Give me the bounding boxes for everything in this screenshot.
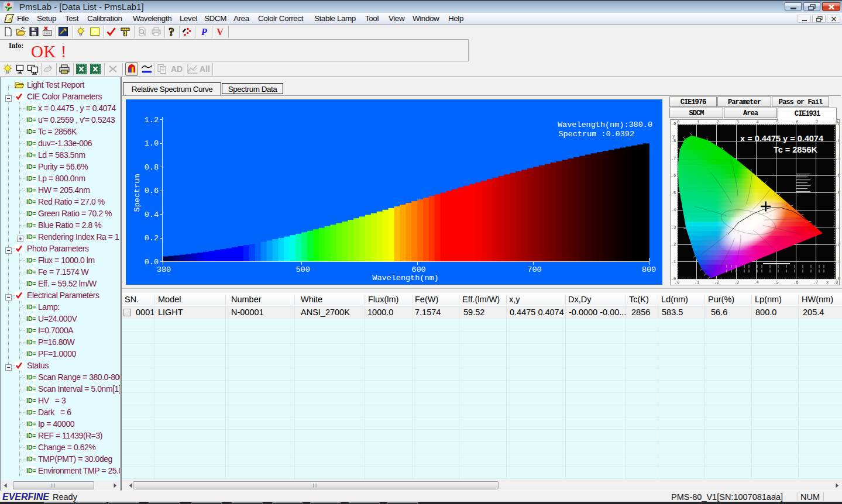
- svg-text:.6: .6: [671, 173, 676, 178]
- svg-text:.4: .4: [836, 208, 839, 212]
- svg-text:ID=: ID=: [26, 268, 36, 275]
- svg-text:ID=: ID=: [26, 140, 36, 147]
- svg-text:.2: .2: [714, 280, 719, 285]
- svg-text:.8: .8: [833, 120, 838, 125]
- svg-text:.7: .7: [813, 120, 818, 125]
- svg-text:x = 0.4475 y = 0.4074: x = 0.4475 y = 0.4074: [740, 134, 823, 143]
- svg-text:.4: .4: [754, 120, 758, 125]
- svg-text:.3: .3: [734, 280, 738, 285]
- svg-text:.2: .2: [671, 242, 676, 247]
- svg-text:ID=: ID=: [26, 128, 36, 135]
- svg-text:.8: .8: [836, 139, 839, 143]
- svg-text:.3: .3: [671, 225, 676, 230]
- svg-text:ID=: ID=: [26, 116, 36, 123]
- svg-text:0.8: 0.8: [145, 163, 159, 172]
- svg-text:ID=: ID=: [26, 339, 36, 346]
- svg-text:.7: .7: [671, 156, 676, 161]
- svg-text:.5: .5: [671, 191, 676, 195]
- svg-text:ID=: ID=: [26, 350, 36, 357]
- svg-text:.7: .7: [836, 156, 839, 161]
- svg-text:.1: .1: [671, 260, 676, 264]
- svg-text:ID=: ID=: [26, 327, 36, 334]
- svg-text:ID=: ID=: [26, 303, 36, 310]
- svg-text:.1: .1: [695, 280, 699, 285]
- svg-text:ID=: ID=: [26, 222, 36, 229]
- svg-text:.1: .1: [836, 260, 839, 264]
- svg-text:0.6: 0.6: [145, 187, 159, 195]
- svg-text:0.2: 0.2: [145, 234, 159, 243]
- svg-text:ID=: ID=: [26, 105, 36, 112]
- svg-text:.6: .6: [836, 173, 839, 178]
- svg-text:.0: .0: [675, 120, 679, 125]
- svg-text:.4: .4: [671, 208, 676, 212]
- svg-text:.1: .1: [695, 120, 699, 125]
- svg-text:1.2: 1.2: [145, 116, 159, 125]
- svg-text:Spectrum: Spectrum: [133, 174, 142, 212]
- svg-text:Tc = 2856K: Tc = 2856K: [774, 145, 818, 154]
- svg-text:ID=: ID=: [26, 163, 36, 170]
- svg-text:1.0: 1.0: [145, 139, 159, 148]
- svg-text:ID=: ID=: [26, 374, 36, 381]
- svg-text:ID=: ID=: [26, 397, 36, 404]
- svg-text:ID=: ID=: [26, 210, 36, 217]
- svg-text:.3: .3: [734, 120, 738, 125]
- svg-text:.3: .3: [836, 225, 839, 230]
- svg-text:ID=: ID=: [26, 385, 36, 392]
- svg-text:ID=: ID=: [26, 420, 36, 427]
- svg-text:.5: .5: [774, 280, 778, 285]
- svg-text:ID=: ID=: [26, 187, 36, 194]
- svg-text:.6: .6: [793, 120, 798, 125]
- svg-text:P: P: [201, 27, 207, 37]
- svg-text:.7: .7: [813, 280, 818, 285]
- svg-text:?: ?: [169, 26, 174, 37]
- svg-text:700: 700: [527, 265, 541, 274]
- svg-text:.0: .0: [836, 277, 839, 281]
- svg-text:.5: .5: [774, 120, 778, 125]
- svg-text:ID=: ID=: [26, 455, 36, 462]
- svg-text:ID=: ID=: [26, 467, 36, 474]
- svg-text:380: 380: [157, 265, 171, 274]
- svg-text:0.4: 0.4: [145, 210, 159, 219]
- svg-text:ID=: ID=: [26, 257, 36, 264]
- svg-text:.5: .5: [836, 191, 839, 195]
- svg-text:.4: .4: [754, 280, 758, 285]
- svg-text:ID=: ID=: [26, 315, 36, 322]
- svg-text:ID=: ID=: [26, 198, 36, 205]
- svg-text:.0: .0: [671, 277, 676, 281]
- svg-text:600: 600: [411, 265, 425, 274]
- svg-text:Wavelength(nm): Wavelength(nm): [372, 274, 438, 282]
- svg-text:500: 500: [295, 265, 310, 274]
- svg-text:x: x: [826, 280, 829, 285]
- svg-text:ID=: ID=: [26, 444, 36, 451]
- svg-text:ID=: ID=: [26, 409, 36, 416]
- svg-text:Spectrum :0.0392: Spectrum :0.0392: [558, 130, 634, 139]
- svg-text:ID=: ID=: [26, 151, 36, 158]
- svg-text:ID=: ID=: [26, 233, 36, 240]
- svg-text:.2: .2: [836, 242, 839, 247]
- svg-text:y: y: [672, 134, 675, 139]
- svg-text:Wavelength(nm):380.0: Wavelength(nm):380.0: [558, 120, 652, 129]
- svg-text:ID=: ID=: [26, 175, 36, 182]
- svg-text:.8: .8: [671, 139, 676, 143]
- svg-text:V: V: [216, 27, 224, 37]
- svg-text:800: 800: [642, 265, 656, 274]
- svg-text:ID=: ID=: [26, 432, 36, 439]
- svg-text:.2: .2: [714, 120, 719, 125]
- svg-text:ID=: ID=: [26, 280, 36, 287]
- svg-text:.6: .6: [793, 280, 798, 285]
